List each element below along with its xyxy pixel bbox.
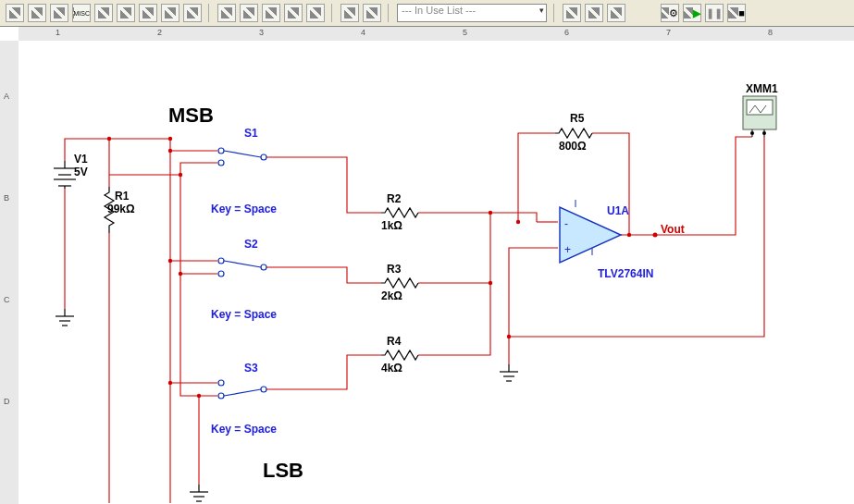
R2-ref: R2 — [387, 192, 402, 205]
svg-point-33 — [261, 154, 266, 160]
ruler-vertical: A B C D — [0, 41, 19, 504]
schematic-canvas[interactable]: V1 5V R1 99kΩ R2 — [19, 41, 854, 504]
svg-line-38 — [224, 261, 261, 267]
S3-ref: S3 — [244, 362, 258, 375]
svg-point-6 — [179, 272, 182, 276]
tb-grid-icon[interactable] — [240, 4, 258, 22]
svg-point-32 — [218, 160, 224, 166]
S3-key: Key = Space — [211, 423, 277, 436]
svg-point-35 — [218, 258, 224, 264]
component-V1[interactable]: V1 5V — [54, 153, 88, 189]
component-S2[interactable]: S2 Key = Space — [211, 238, 277, 321]
tb-text-icon[interactable] — [306, 4, 325, 22]
tb-source-icon[interactable] — [161, 4, 179, 22]
svg-point-2 — [168, 149, 172, 153]
svg-point-12 — [197, 394, 201, 398]
tb-step-icon[interactable] — [607, 4, 625, 22]
ruler-tick: 6 — [564, 28, 569, 37]
ruler-tick: 7 — [666, 28, 671, 37]
ruler-tick: 8 — [768, 28, 773, 37]
R4-ref: R4 — [387, 335, 402, 348]
ruler-tick: 2 — [157, 28, 162, 37]
ruler-tick: 3 — [259, 28, 264, 37]
component-R3[interactable]: R3 2kΩ — [381, 263, 418, 302]
S2-key: Key = Space — [211, 308, 277, 321]
svg-point-3 — [168, 259, 172, 263]
tb-tran-icon[interactable] — [50, 4, 68, 22]
vout-label: Vout — [661, 223, 685, 236]
svg-point-5 — [179, 173, 182, 177]
tb-cursor-icon[interactable] — [585, 4, 603, 22]
svg-point-48 — [653, 233, 658, 238]
stop-button[interactable]: ■ — [727, 4, 746, 22]
pause-button[interactable]: ❚❚ — [705, 4, 724, 22]
tb-gate-icon[interactable] — [94, 4, 113, 22]
tb-group-icon[interactable] — [217, 4, 236, 22]
ground-icon — [500, 364, 518, 381]
ruler-horizontal: 1 2 3 4 5 6 7 8 — [19, 26, 854, 42]
tb-comp-icon[interactable] — [6, 4, 24, 22]
V1-ref: V1 — [74, 153, 88, 166]
tb-layer-icon[interactable] — [262, 4, 280, 22]
R3-ref: R3 — [387, 263, 402, 276]
svg-point-4 — [168, 381, 172, 385]
component-R4[interactable]: R4 4kΩ — [381, 335, 418, 375]
svg-rect-50 — [747, 100, 773, 115]
in-use-list-dropdown[interactable]: --- In Use List --- — [397, 4, 547, 22]
tb-probe-icon[interactable] — [183, 4, 202, 22]
R5-value: 800Ω — [559, 140, 587, 153]
S1-key: Key = Space — [211, 203, 277, 215]
svg-point-39 — [218, 380, 224, 386]
svg-line-42 — [224, 389, 261, 396]
component-S3[interactable]: S3 Key = Space — [211, 362, 277, 436]
svg-point-1 — [168, 137, 172, 141]
svg-text:-: - — [564, 217, 568, 230]
component-U1A[interactable]: - + U1A TLV2764IN — [560, 200, 653, 280]
R3-value: 2kΩ — [381, 289, 402, 302]
S1-ref: S1 — [244, 127, 258, 140]
svg-point-7 — [489, 281, 492, 285]
component-R1[interactable]: R1 99kΩ — [105, 187, 135, 233]
ruler-tick: B — [4, 193, 9, 203]
tb-ind-icon[interactable] — [139, 4, 157, 22]
ruler-tick: 1 — [56, 28, 60, 37]
ruler-tick: C — [4, 295, 10, 304]
svg-text:+: + — [564, 243, 571, 256]
U1A-model: TLV2764IN — [598, 267, 653, 280]
ruler-tick: 4 — [361, 28, 365, 37]
component-R5[interactable]: R5 800Ω — [555, 112, 592, 153]
svg-point-8 — [489, 211, 492, 215]
lsb-label: LSB — [263, 459, 303, 482]
tb-wave-icon[interactable] — [563, 4, 581, 22]
tb-sim-list-icon[interactable] — [340, 4, 359, 22]
U1A-ref: U1A — [607, 204, 629, 217]
R5-ref: R5 — [570, 112, 585, 125]
svg-point-31 — [218, 148, 224, 154]
svg-line-34 — [224, 151, 261, 157]
R2-value: 1kΩ — [381, 219, 402, 232]
tb-sim-edit-icon[interactable] — [363, 4, 381, 22]
R1-value: 99kΩ — [107, 203, 135, 215]
tb-opamp-icon[interactable] — [117, 4, 135, 22]
tb-misc-icon[interactable]: MISC — [72, 4, 91, 22]
ruler-tick: 5 — [463, 28, 467, 37]
ruler-tick: D — [4, 397, 10, 406]
ground-icon — [56, 309, 74, 326]
component-S1[interactable]: S1 Key = Space — [211, 127, 277, 215]
component-R2[interactable]: R2 1kΩ — [381, 192, 418, 232]
svg-point-37 — [261, 264, 266, 270]
tb-align-icon[interactable] — [284, 4, 303, 22]
V1-value: 5V — [74, 166, 88, 178]
R1-ref: R1 — [115, 190, 130, 203]
svg-point-10 — [627, 233, 631, 237]
msb-label: MSB — [168, 104, 214, 127]
run-button[interactable]: ▶ — [683, 4, 701, 22]
component-XMM1[interactable]: XMM1 — [743, 82, 778, 137]
S2-ref: S2 — [244, 238, 258, 251]
svg-point-36 — [218, 271, 224, 277]
tb-diode-icon[interactable] — [28, 4, 46, 22]
svg-point-9 — [516, 220, 520, 224]
ruler-tick: A — [4, 92, 9, 101]
run-config-button[interactable]: ⚙ — [661, 4, 679, 22]
ground-icon — [190, 485, 208, 501]
